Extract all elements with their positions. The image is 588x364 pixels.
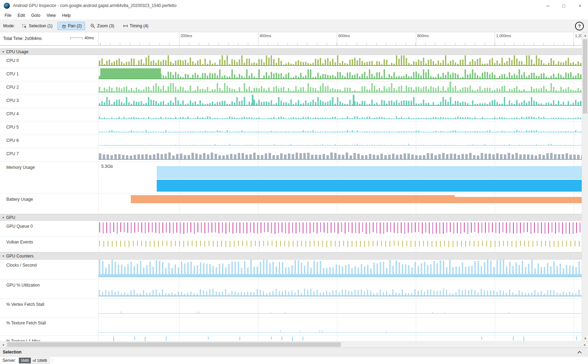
menu-item-edit[interactable]: Edit <box>14 12 28 19</box>
menu-item-view[interactable]: View <box>43 12 59 19</box>
timing-icon <box>123 23 128 28</box>
timeline-ruler[interactable]: 200ms400ms600ms800ms1,000ms1,200ms <box>99 32 582 45</box>
cpu-4-chart[interactable] <box>99 108 582 121</box>
vertical-scrollbar-thumb[interactable] <box>583 39 587 114</box>
tracks-viewport[interactable]: ▾CPU UsageCPU 0CPU 1CPU 2CPU 3CPU 4CPU 5… <box>0 46 582 341</box>
track-row-texture-l1-miss: % Texture L1 Miss <box>0 336 582 341</box>
track-row-cpu-2: CPU 2 <box>0 82 582 95</box>
track-row-cpu-5: CPU 5 <box>0 122 582 135</box>
gpu-utilization-chart[interactable] <box>99 280 582 298</box>
help-button[interactable]: ? <box>575 22 584 30</box>
menu-bar: FileEditGotoViewHelp <box>0 11 588 20</box>
track-row-battery-usage: Battery Usage <box>0 194 582 214</box>
scroll-up-arrow-icon[interactable]: ▴ <box>582 32 588 38</box>
track-label-battery-usage: Battery Usage <box>0 194 99 214</box>
scroll-left-arrow-icon[interactable]: ◂ <box>0 342 6 348</box>
zoom-icon <box>90 23 95 28</box>
app-icon <box>4 3 10 9</box>
scale-bracket-icon <box>70 37 83 40</box>
collapse-triangle-icon: ▾ <box>2 254 4 258</box>
texture-fetch-stall-chart[interactable] <box>99 317 582 335</box>
menu-item-file[interactable]: File <box>1 12 14 19</box>
zoom-mode-button[interactable]: Zoom (3) <box>87 22 118 30</box>
track-row-cpu-6: CPU 6 <box>0 135 582 148</box>
selection-icon <box>22 23 27 28</box>
track-row-cpu-4: CPU 4 <box>0 108 582 122</box>
scroll-right-arrow-icon[interactable]: ▸ <box>582 342 588 348</box>
selection-mode-button[interactable]: Selection (1) <box>18 22 56 30</box>
cpu-2-chart[interactable] <box>99 82 582 95</box>
group-row-gpu-counters[interactable]: ▾GPU Counters <box>0 252 582 260</box>
track-label-clocks-second: Clocks / Second <box>0 260 99 279</box>
cpu-3-chart[interactable] <box>99 95 582 108</box>
timing-mode-button[interactable]: Timing (4) <box>119 22 152 30</box>
ruler-label-1-000ms: 1,000ms <box>496 34 511 38</box>
cpu-0-chart[interactable] <box>99 55 582 68</box>
track-rows: ▾CPU UsageCPU 0CPU 1CPU 2CPU 3CPU 4CPU 5… <box>0 48 582 341</box>
ruler-label-400ms: 400ms <box>259 34 271 38</box>
selection-panel-header[interactable]: Selection <box>0 348 588 356</box>
total-time-label: Total Time: 2s084ms <box>3 36 42 41</box>
toolbar: Mode: Selection (1)Pan (2)Zoom (3)Timing… <box>0 20 588 32</box>
ruler-row: Total Time: 2s084ms 40ms 200ms400ms600ms… <box>0 32 588 46</box>
ruler-major-tick <box>495 32 495 45</box>
pan-mode-button[interactable]: Pan (2) <box>58 22 85 30</box>
cpu-7-chart[interactable] <box>99 148 582 162</box>
agi-window: Android GPU Inspector - com.google.andro… <box>0 0 588 364</box>
track-label-gpu-utilization: GPU % Utilization <box>0 280 99 298</box>
group-label-cpu-usage: CPU Usage <box>6 49 28 54</box>
ruler-label-1-200ms: 1,200ms <box>575 34 582 38</box>
track-label-cpu-3: CPU 3 <box>0 95 99 108</box>
track-label-cpu-4: CPU 4 <box>0 108 99 121</box>
scroll-down-arrow-icon[interactable]: ▾ <box>582 335 588 341</box>
title-bar: Android GPU Inspector - com.google.andro… <box>0 0 588 11</box>
track-label-cpu-6: CPU 6 <box>0 135 99 148</box>
collapse-triangle-icon: ▾ <box>2 216 4 219</box>
track-row-cpu-7: CPU 7 <box>0 148 582 162</box>
horizontal-scrollbar-thumb[interactable] <box>7 342 341 347</box>
server-label: Server: <box>2 358 16 363</box>
track-label-cpu-0: CPU 0 <box>0 55 99 68</box>
server-memory-total: of 18MB <box>31 358 49 363</box>
vertical-scrollbar[interactable]: ▴ ▾ <box>582 32 588 341</box>
battery-usage-chart[interactable] <box>99 194 582 214</box>
vertex-fetch-stall-chart[interactable] <box>99 299 582 317</box>
track-row-cpu-0: CPU 0 <box>0 55 582 68</box>
horizontal-scrollbar[interactable]: ◂ ▸ <box>0 341 588 348</box>
track-row-cpu-1: CPU 1 <box>0 68 582 82</box>
status-separator <box>52 358 52 363</box>
track-label-texture-fetch-stall: % Texture Fetch Stall <box>0 317 99 335</box>
cpu-5-chart[interactable] <box>99 122 582 135</box>
group-row-cpu-usage[interactable]: ▾CPU Usage <box>0 48 582 55</box>
chevron-up-icon <box>577 351 582 354</box>
texture-l1-miss-chart[interactable] <box>99 336 582 341</box>
ruler-major-tick <box>258 32 258 45</box>
collapse-triangle-icon: ▾ <box>2 50 4 54</box>
memory-usage-chart[interactable] <box>99 162 582 193</box>
ruler-label-200ms: 200ms <box>181 34 192 38</box>
group-label-gpu: GPU <box>6 215 15 220</box>
server-memory-used: 5MB <box>19 358 31 363</box>
ruler-label-600ms: 600ms <box>338 34 350 38</box>
track-label-cpu-7: CPU 7 <box>0 148 99 162</box>
track-row-gpu-queue-0: GPU Queue 0 <box>0 221 582 236</box>
vulkan-events-chart[interactable] <box>99 236 582 252</box>
group-row-gpu[interactable]: ▾GPU <box>0 214 582 221</box>
ruler-major-tick <box>416 32 416 45</box>
pan-mode-button-label: Pan (2) <box>68 23 82 28</box>
track-row-texture-fetch-stall: % Texture Fetch Stall <box>0 317 582 336</box>
cpu-1-chart[interactable] <box>99 68 582 81</box>
mode-label: Mode: <box>3 23 15 28</box>
clocks-second-chart[interactable] <box>99 260 582 279</box>
close-button[interactable]: × <box>572 0 588 11</box>
menu-item-goto[interactable]: Goto <box>28 12 43 19</box>
track-row-gpu-utilization: GPU % Utilization <box>0 280 582 299</box>
expand-selection-button[interactable] <box>576 350 583 355</box>
window-title: Android GPU Inspector - com.google.andro… <box>13 3 176 8</box>
gpu-queue-0-chart[interactable] <box>99 221 582 236</box>
track-label-vertex-fetch-stall: % Vertex Fetch Stall <box>0 299 99 317</box>
minimize-button[interactable]: ─ <box>540 0 556 11</box>
cpu-6-chart[interactable] <box>99 135 582 148</box>
maximize-button[interactable]: □ <box>556 0 572 11</box>
menu-item-help[interactable]: Help <box>59 12 74 19</box>
